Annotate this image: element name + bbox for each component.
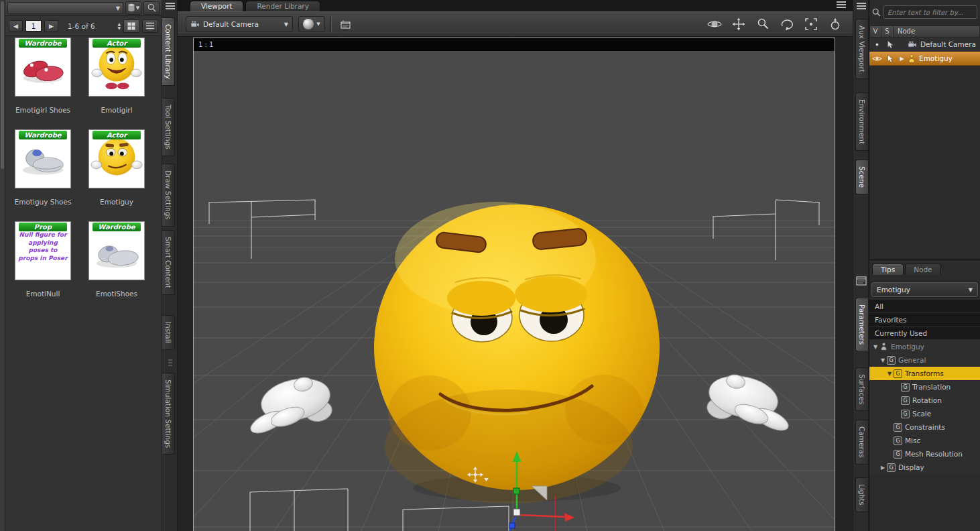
tab-tips[interactable]: Tips [872, 263, 904, 275]
figure-selector[interactable]: Emotiguy ▼ [871, 282, 978, 297]
render-canvas[interactable]: 1 : 1 [193, 38, 835, 531]
right-panel: V S Node Default Camera [869, 0, 980, 531]
param-group-general[interactable]: ▼ G General [869, 353, 980, 367]
rotate-camera-button[interactable] [778, 16, 796, 32]
database-menu-button[interactable]: ▼ [125, 1, 141, 15]
tab-cameras[interactable]: Cameras [855, 420, 868, 465]
shaded-sphere-icon [303, 19, 314, 30]
pane-options-icon[interactable] [856, 276, 867, 288]
group-icon: G [901, 396, 910, 405]
zoom-icon [756, 17, 770, 31]
scrollbar-thumb[interactable] [1, 1, 4, 169]
param-group-mesh-resolution[interactable]: G Mesh Resolution [869, 447, 980, 461]
tab-parameters[interactable]: Parameters [855, 298, 868, 351]
param-group-misc[interactable]: G Misc [869, 434, 980, 447]
param-group-rotation[interactable]: G Rotation [869, 394, 980, 407]
tab-node[interactable]: Node [905, 263, 940, 275]
grid-view-button[interactable] [123, 19, 139, 33]
pan-camera-button[interactable] [729, 16, 748, 32]
viewport-tabbar: Viewport Render Library [178, 0, 853, 11]
param-group-display[interactable]: ▶ G Display [869, 461, 980, 474]
orbit-camera-icon [707, 17, 723, 31]
figure-icon [908, 54, 916, 63]
library-item-emotishoes[interactable]: Wardrobe EmotiShoes [83, 221, 150, 313]
library-item-emotigirl[interactable]: Actor Emotigirl [83, 38, 150, 129]
tab-smart-content[interactable]: Smart Content [162, 230, 175, 295]
tab-content-library[interactable]: Content Library [162, 17, 175, 86]
library-item-emotiguy-shoes[interactable]: Wardrobe Emotiguy Shoes [9, 129, 76, 221]
list-view-button[interactable] [142, 19, 158, 33]
item-label: Emotiguy Shoes [9, 198, 76, 206]
content-library-scrollbar[interactable] [0, 0, 5, 531]
library-item-emotigirl-shoes[interactable]: Wardrobe Emotigirl Shoes [9, 38, 76, 129]
thumbnail-emotigirl-shoes[interactable]: Wardrobe [15, 38, 71, 97]
caret-down-icon[interactable]: ▼ [885, 371, 894, 377]
camera-icon [908, 41, 917, 48]
tab-tool-settings[interactable]: Tool Settings [162, 98, 175, 156]
tab-install[interactable]: Install [162, 315, 175, 350]
dock-menu-icon[interactable] [857, 3, 866, 11]
tab-viewport[interactable]: Viewport [190, 1, 243, 11]
param-group-constraints[interactable]: G Constraints [869, 420, 980, 434]
eye-icon[interactable] [871, 41, 883, 48]
scene-node-default-camera[interactable]: Default Camera [869, 38, 980, 52]
frame-camera-button[interactable] [802, 16, 820, 32]
filter-all[interactable]: All [869, 300, 980, 313]
dock-menu-icon[interactable] [166, 3, 175, 11]
camera-selector[interactable]: Default Camera ▼ [186, 16, 293, 32]
thumbnail-emotiguy[interactable]: Actor [88, 129, 145, 188]
tab-environment[interactable]: Environment [855, 93, 868, 151]
tab-draw-settings[interactable]: Draw Settings [162, 164, 175, 227]
reset-camera-button[interactable] [826, 16, 845, 32]
caret-right-icon[interactable]: ▶ [879, 465, 887, 471]
node-column-header[interactable]: Node [894, 25, 980, 38]
param-group-transforms[interactable]: ▼ G Transforms [869, 367, 980, 380]
prev-page-button[interactable]: ◀ [9, 20, 23, 32]
scene-3d-view[interactable] [194, 51, 835, 531]
tab-render-library[interactable]: Render Library [245, 1, 320, 11]
tab-scene[interactable]: Scene [855, 160, 868, 194]
thumbnail-emotishoes[interactable]: Wardrobe [88, 221, 145, 280]
library-item-emotinull[interactable]: Null figure for applying poses to props … [9, 221, 76, 313]
dock-grip-handle[interactable] [168, 359, 172, 369]
visibility-column-header[interactable]: V [869, 25, 881, 38]
cursor-icon[interactable] [884, 54, 896, 63]
filter-favorites[interactable]: Favorites [869, 313, 980, 327]
pane-menu-icon[interactable] [837, 1, 846, 9]
tab-aux-viewport[interactable]: Aux Viewport [855, 19, 868, 79]
thumbnail-emotinull[interactable]: Null figure for applying poses to props … [15, 221, 71, 280]
tab-surfaces[interactable]: Surfaces [855, 367, 868, 411]
caret-down-icon[interactable]: ▼ [879, 357, 887, 363]
panel-splitter[interactable] [869, 259, 980, 262]
orbit-camera-button[interactable] [705, 16, 724, 32]
expand-caret-icon[interactable]: ▶ [898, 56, 906, 62]
library-search-button[interactable] [143, 1, 160, 15]
scene-node-emotiguy[interactable]: ▶ Emotiguy [869, 52, 980, 66]
content-library-panel: ▼ ▼ ◀ 1 ▶ 1-6 of 6 ▲▼ [5, 0, 162, 531]
page-number-input[interactable]: 1 [25, 20, 42, 32]
thumbnail-emotigirl[interactable]: Actor [88, 38, 145, 97]
filter-currently-used[interactable]: Currently Used [869, 327, 980, 340]
library-item-emotiguy[interactable]: Actor Emotiguy [83, 129, 150, 221]
param-group-translation[interactable]: G Translation [869, 380, 980, 394]
tab-simulation-settings[interactable]: Simulation Settings [162, 373, 175, 455]
selectability-column-header[interactable]: S [881, 25, 894, 38]
param-group-scale[interactable]: G Scale [869, 407, 980, 420]
emotinull-description: Null figure for applying poses to props … [18, 231, 68, 263]
library-source-dropdown[interactable]: ▼ [7, 2, 123, 14]
caret-down-icon[interactable]: ▼ [871, 344, 879, 350]
cursor-icon[interactable] [884, 40, 896, 49]
thumbnail-emotiguy-shoes[interactable]: Wardrobe [15, 129, 71, 188]
param-group-emotiguy[interactable]: ▼ Emotiguy [869, 340, 980, 353]
filter-input[interactable] [883, 5, 977, 19]
zoom-camera-button[interactable] [753, 16, 772, 32]
tab-lights[interactable]: Lights [855, 477, 868, 512]
parameter-filters: All Favorites Currently Used [869, 300, 980, 340]
eye-icon[interactable] [871, 55, 883, 62]
grid-view-icon [127, 22, 135, 30]
drawstyle-selector[interactable]: ▼ [298, 16, 325, 32]
thumb-size-spinner[interactable]: ▲▼ [117, 22, 121, 30]
group-icon: G [887, 463, 896, 472]
view-options-button[interactable] [336, 16, 355, 32]
next-page-button[interactable]: ▶ [44, 20, 58, 32]
